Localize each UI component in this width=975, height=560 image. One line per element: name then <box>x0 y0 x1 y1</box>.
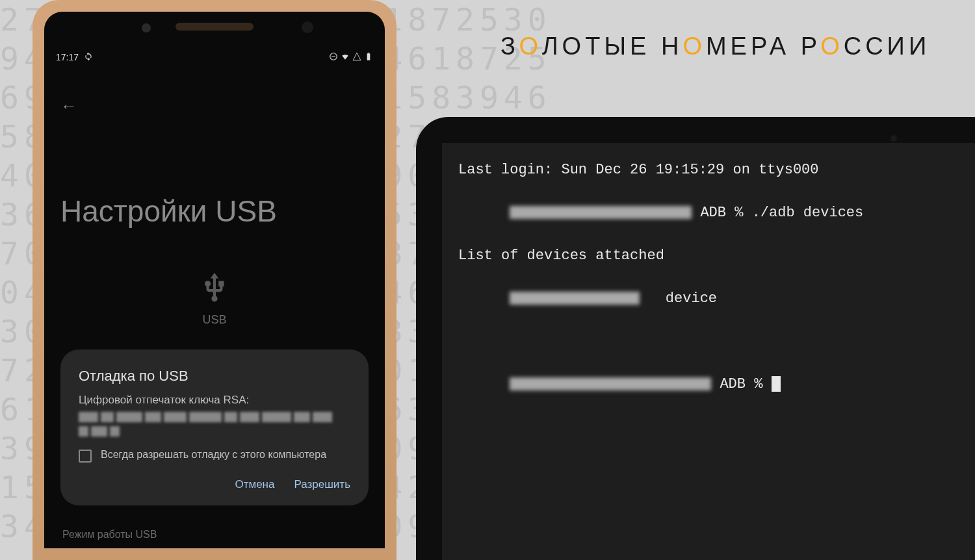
phone-screen: 17:17 ← Настройки USB USB Отладка по USB… <box>44 12 385 548</box>
terminal-window[interactable]: Last login: Sun Dec 26 19:15:29 on ttys0… <box>442 143 975 560</box>
usb-icon-block: USB <box>198 272 231 327</box>
always-allow-checkbox[interactable] <box>79 450 92 463</box>
page-title: Настройки USB <box>60 194 277 229</box>
terminal-output-header: List of devices attached <box>458 245 959 266</box>
svg-rect-2 <box>367 53 370 60</box>
usb-mode-label: Режим работы USB <box>62 529 157 541</box>
dialog-subtitle: Цифровой отпечаток ключа RSA: <box>79 394 350 407</box>
redacted-hostname-2 <box>510 377 711 390</box>
speaker-grille <box>176 23 254 31</box>
terminal-command: ./adb devices <box>752 205 864 221</box>
phone-mockup: 17:17 ← Настройки USB USB Отладка по USB… <box>32 0 396 560</box>
checkbox-label: Всегда разрешать отладку с этого компьют… <box>101 448 326 462</box>
laptop-camera <box>890 135 897 142</box>
dnd-icon <box>329 52 338 63</box>
usb-label: USB <box>198 313 231 327</box>
usb-icon <box>198 272 231 304</box>
sensor-dot <box>142 23 151 32</box>
dialog-title: Отладка по USB <box>79 368 350 385</box>
rsa-fingerprint-line-2 <box>79 426 350 437</box>
site-logo: ЗОЛОТЫЕ НОМЕРА РОССИИ <box>500 32 930 60</box>
wifi-icon <box>341 52 350 63</box>
svg-rect-3 <box>368 53 369 53</box>
terminal-prompt-2: ADB % <box>458 352 959 416</box>
terminal-last-login: Last login: Sun Dec 26 19:15:29 on ttys0… <box>458 159 959 181</box>
status-time: 17:17 <box>56 52 79 62</box>
terminal-device-row: device <box>458 266 959 331</box>
usb-debug-dialog: Отладка по USB Цифровой отпечаток ключа … <box>60 350 369 505</box>
sync-icon <box>84 52 93 63</box>
cancel-button[interactable]: Отмена <box>235 478 274 491</box>
allow-button[interactable]: Разрешить <box>294 478 350 491</box>
signal-icon <box>352 52 361 63</box>
terminal-prompt-1: ADB % ./adb devices <box>458 181 959 245</box>
status-bar: 17:17 <box>44 47 385 67</box>
front-camera <box>302 21 313 33</box>
redacted-device-id <box>510 292 640 305</box>
terminal-cursor <box>772 376 781 392</box>
battery-icon <box>364 52 373 63</box>
back-button[interactable]: ← <box>60 96 77 116</box>
phone-notch <box>44 12 385 41</box>
redacted-hostname <box>510 206 692 219</box>
laptop-mockup: Last login: Sun Dec 26 19:15:29 on ttys0… <box>416 117 975 560</box>
rsa-fingerprint-line-1 <box>79 412 350 422</box>
